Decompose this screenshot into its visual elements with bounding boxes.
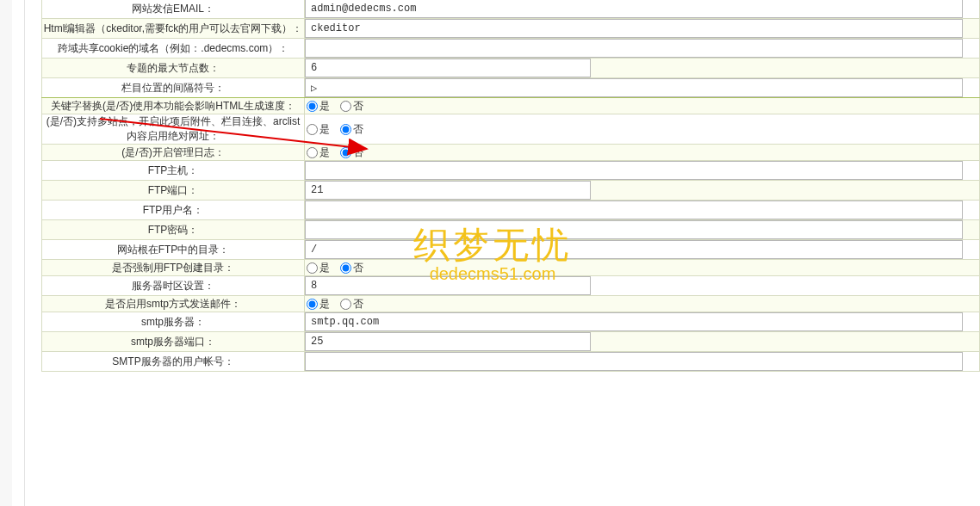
input-ftp-user[interactable] [305,201,963,219]
input-ftp-port[interactable] [305,181,591,200]
radio-keyword-replace: 是 否 [305,99,979,114]
radio-multi-site: 是 否 [305,122,979,137]
radio-admin-log: 是 否 [305,145,979,160]
radio-ftp-force: 是 否 [305,261,979,275]
label-email: 网站发信EMAIL： [42,0,305,19]
label-ftp-port: FTP端口： [42,181,305,201]
frame-gutter-inner [12,0,25,506]
radio-keyword-replace-yes-label[interactable]: 是 [307,99,330,114]
radio-multi-site-yes[interactable] [307,124,318,135]
radio-admin-log-no-label[interactable]: 否 [340,145,363,160]
frame-gutter-outer [0,0,13,506]
label-timezone: 服务器时区设置： [42,276,305,296]
radio-keyword-replace-no-label[interactable]: 否 [340,99,363,114]
label-multi-site: (是/否)支持多站点，开启此项后附件、栏目连接、arclist内容启用绝对网址： [42,114,305,145]
label-admin-log: (是/否)开启管理日志： [42,145,305,161]
input-separator[interactable] [305,78,963,97]
radio-yes-text: 是 [319,297,330,312]
label-smtp-enable: 是否启用smtp方式发送邮件： [42,296,305,312]
label-separator: 栏目位置的间隔符号： [42,78,305,98]
radio-smtp-enable-no-label[interactable]: 否 [340,297,363,312]
radio-yes-text: 是 [319,122,330,137]
label-ftp-force: 是否强制用FTP创建目录： [42,260,305,276]
radio-smtp-enable: 是 否 [305,297,979,312]
radio-no-text: 否 [353,297,363,312]
radio-smtp-enable-yes[interactable] [307,299,318,310]
radio-ftp-force-no-label[interactable]: 否 [340,261,363,275]
label-special-max: 专题的最大节点数： [42,59,305,78]
radio-admin-log-yes-label[interactable]: 是 [307,145,330,160]
input-smtp-server[interactable] [305,312,963,331]
radio-no-text: 否 [353,99,363,114]
label-keyword-replace: 关键字替换(是/否)使用本功能会影响HTML生成速度： [42,98,305,114]
radio-no-text: 否 [353,261,363,275]
radio-keyword-replace-no[interactable] [340,101,351,112]
input-smtp-auth[interactable] [305,352,963,371]
input-ftp-root[interactable] [305,240,963,259]
label-smtp-port: smtp服务器端口： [42,332,305,352]
radio-keyword-replace-yes[interactable] [307,101,318,112]
label-smtp-server: smtp服务器： [42,312,305,332]
label-ftp-user: FTP用户名： [42,201,305,220]
settings-table: 数据备份目录（在data目录内）： 网站发信EMAIL： Html编辑器（cke… [41,0,980,372]
radio-multi-site-yes-label[interactable]: 是 [307,122,330,137]
label-ftp-root: 网站根在FTP中的目录： [42,240,305,260]
input-smtp-port[interactable] [305,332,591,351]
input-html-editor[interactable] [305,19,963,38]
radio-smtp-enable-no[interactable] [340,299,351,310]
input-cookie-domain[interactable] [305,39,963,58]
input-special-max[interactable] [305,59,591,77]
radio-yes-text: 是 [319,99,330,114]
label-smtp-auth: SMTP服务器的用户帐号： [42,352,305,372]
radio-smtp-enable-yes-label[interactable]: 是 [307,297,330,312]
input-email[interactable] [305,0,963,18]
radio-no-text: 否 [353,122,363,137]
radio-yes-text: 是 [319,145,330,160]
label-ftp-host: FTP主机： [42,161,305,181]
input-ftp-host[interactable] [305,161,963,180]
radio-ftp-force-yes[interactable] [307,262,318,274]
radio-ftp-force-no[interactable] [340,262,351,274]
radio-multi-site-no-label[interactable]: 否 [340,122,363,137]
radio-admin-log-yes[interactable] [307,147,318,158]
radio-multi-site-no[interactable] [340,124,351,135]
radio-ftp-force-yes-label[interactable]: 是 [307,261,330,275]
radio-yes-text: 是 [319,261,330,275]
radio-no-text: 否 [353,145,363,160]
radio-admin-log-no[interactable] [340,147,351,158]
input-timezone[interactable] [305,276,591,295]
input-ftp-pass[interactable] [305,220,963,239]
label-html-editor: Html编辑器（ckeditor,需要fck的用户可以去官网下载）： [42,19,305,39]
label-cookie-domain: 跨域共享cookie的域名（例如：.dedecms.com）： [42,39,305,59]
label-ftp-pass: FTP密码： [42,220,305,240]
